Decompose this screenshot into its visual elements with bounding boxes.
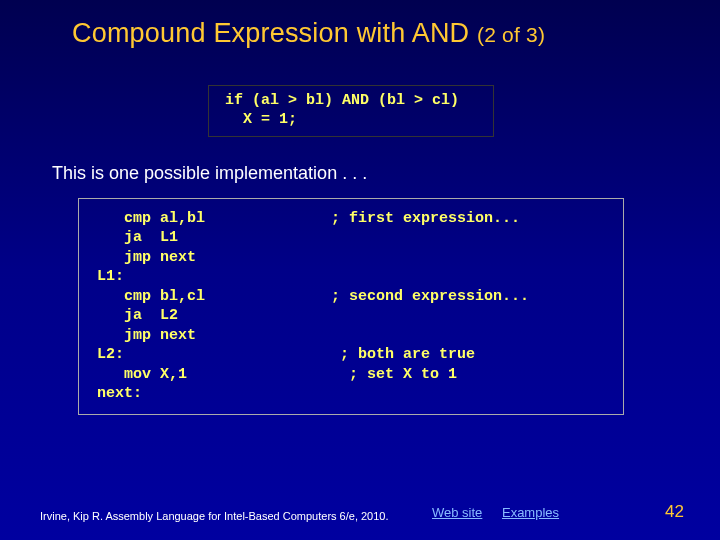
examples-link[interactable]: Examples: [502, 505, 559, 520]
title-main: Compound Expression with AND: [72, 18, 469, 48]
pseudocode-box: if (al > bl) AND (bl > cl) X = 1;: [208, 85, 494, 137]
website-link[interactable]: Web site: [432, 505, 482, 520]
footer-links: Web site Examples: [432, 505, 575, 520]
title-sub: (2 of 3): [477, 23, 545, 46]
pseudo-line-2: X = 1;: [225, 111, 493, 130]
slide-title: Compound Expression with AND (2 of 3): [0, 0, 720, 49]
intro-text: This is one possible implementation . . …: [0, 137, 720, 184]
pseudo-line-1: if (al > bl) AND (bl > cl): [225, 92, 493, 111]
assembly-code-box: cmp al,bl ; first expression... ja L1 jm…: [78, 198, 624, 415]
slide-number: 42: [665, 502, 684, 522]
footer-credit: Irvine, Kip R. Assembly Language for Int…: [40, 510, 389, 522]
